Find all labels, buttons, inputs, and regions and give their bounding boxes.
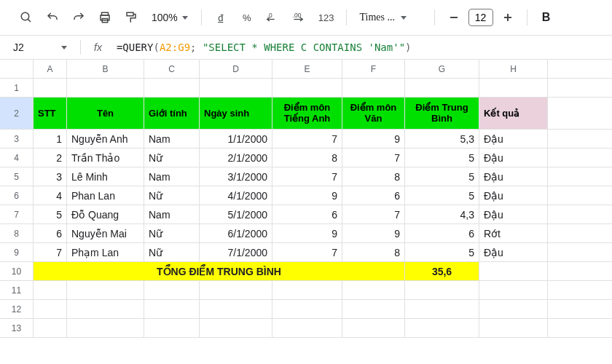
cell[interactable]: 1: [34, 130, 67, 148]
cell[interactable]: 6: [342, 186, 405, 205]
cell[interactable]: 3: [34, 167, 67, 186]
cell[interactable]: Đậu: [479, 130, 548, 148]
formula-input[interactable]: =QUERY(A2:G9; "SELECT * WHERE C CONTAINS…: [117, 41, 412, 53]
cell[interactable]: 5: [34, 205, 67, 223]
cell[interactable]: [272, 281, 342, 299]
font-dropdown[interactable]: Times ...: [354, 12, 427, 23]
cell[interactable]: [342, 300, 405, 318]
cell[interactable]: [479, 300, 548, 318]
cell-header-stt[interactable]: STT: [34, 98, 67, 129]
currency-button[interactable]: đ: [209, 6, 232, 29]
cell[interactable]: Nữ: [144, 149, 200, 167]
cell[interactable]: 5: [405, 186, 479, 205]
cell[interactable]: 7: [272, 243, 342, 261]
row-header[interactable]: 9: [0, 243, 34, 261]
row-header[interactable]: 4: [0, 149, 34, 167]
cell[interactable]: [144, 300, 200, 318]
row-header[interactable]: 13: [0, 319, 34, 337]
cell[interactable]: 7: [342, 149, 405, 167]
cell[interactable]: [34, 79, 67, 97]
cell[interactable]: [479, 262, 548, 280]
font-size-input[interactable]: [468, 9, 493, 26]
cell[interactable]: 5: [405, 149, 479, 167]
zoom-dropdown[interactable]: 100%: [146, 12, 194, 23]
percent-button[interactable]: %: [235, 6, 259, 29]
cell[interactable]: [67, 300, 144, 318]
cell[interactable]: Đậu: [479, 149, 548, 167]
cell[interactable]: [405, 281, 479, 299]
cell[interactable]: [34, 319, 67, 337]
cell[interactable]: 1/1/2000: [200, 130, 272, 148]
cell[interactable]: [200, 300, 272, 318]
col-header-a[interactable]: A: [34, 60, 67, 78]
row-header[interactable]: 7: [0, 205, 34, 223]
cell[interactable]: [144, 281, 200, 299]
cell[interactable]: [200, 281, 272, 299]
cell[interactable]: [67, 319, 144, 337]
chevron-down-icon[interactable]: [61, 46, 67, 50]
cell[interactable]: 6: [272, 205, 342, 223]
cell-total-value[interactable]: 35,6: [405, 262, 479, 280]
cell[interactable]: [34, 300, 67, 318]
cell[interactable]: [67, 281, 144, 299]
cell[interactable]: 4: [34, 186, 67, 205]
decrease-font-icon[interactable]: [442, 6, 466, 29]
cell-header-ngaysinh[interactable]: Ngày sinh: [200, 98, 272, 129]
cell[interactable]: 7: [272, 167, 342, 186]
row-header[interactable]: 6: [0, 186, 34, 205]
cell[interactable]: 5/1/2000: [200, 205, 272, 223]
decrease-decimal-icon[interactable]: .0: [262, 6, 285, 29]
cell[interactable]: [405, 319, 479, 337]
cell[interactable]: [405, 300, 479, 318]
col-header-g[interactable]: G: [405, 60, 479, 78]
cell[interactable]: Đậu: [479, 243, 548, 261]
col-header-b[interactable]: B: [67, 60, 144, 78]
cell[interactable]: 6: [405, 224, 479, 242]
cell[interactable]: [342, 281, 405, 299]
cell-header-diemtb[interactable]: Điểm Trung Bình: [405, 98, 479, 129]
cell[interactable]: [479, 319, 548, 337]
col-header-d[interactable]: D: [200, 60, 272, 78]
cell[interactable]: Trần Thảo: [67, 149, 144, 167]
cell-header-diemvan[interactable]: Điểm môn Văn: [342, 98, 405, 129]
cell[interactable]: 4,3: [405, 205, 479, 223]
cell[interactable]: 2: [34, 149, 67, 167]
print-icon[interactable]: [93, 6, 117, 29]
cell[interactable]: Nguyễn Anh: [67, 130, 144, 148]
cell[interactable]: 7/1/2000: [200, 243, 272, 261]
cell[interactable]: 9: [342, 130, 405, 148]
cell[interactable]: 7: [342, 205, 405, 223]
cell[interactable]: Phạm Lan: [67, 243, 144, 261]
row-header[interactable]: 11: [0, 281, 34, 299]
cell[interactable]: Nam: [144, 205, 200, 223]
cell[interactable]: 7: [272, 130, 342, 148]
cell[interactable]: [479, 281, 548, 299]
cell-header-ketqua[interactable]: Kết quả: [479, 98, 548, 129]
col-header-c[interactable]: C: [144, 60, 200, 78]
undo-icon[interactable]: [41, 6, 64, 29]
cell[interactable]: Đậu: [479, 167, 548, 186]
col-header-h[interactable]: H: [479, 60, 548, 78]
cell[interactable]: 9: [272, 186, 342, 205]
more-formats-button[interactable]: 123: [314, 6, 339, 29]
cell-header-ten[interactable]: Tên: [67, 98, 144, 129]
increase-decimal-icon[interactable]: .00: [288, 6, 311, 29]
row-header[interactable]: 2: [0, 98, 34, 129]
row-header[interactable]: 8: [0, 224, 34, 242]
cell[interactable]: [200, 319, 272, 337]
cell[interactable]: 6: [34, 224, 67, 242]
cell[interactable]: 3/1/2000: [200, 167, 272, 186]
search-icon[interactable]: [15, 6, 38, 29]
cell[interactable]: 8: [272, 149, 342, 167]
cell[interactable]: 4/1/2000: [200, 186, 272, 205]
cell[interactable]: [405, 79, 479, 97]
cell[interactable]: 8: [342, 243, 405, 261]
paint-format-icon[interactable]: [119, 6, 143, 29]
cell[interactable]: [272, 300, 342, 318]
cell[interactable]: 9: [272, 224, 342, 242]
cell[interactable]: 5: [405, 243, 479, 261]
cell[interactable]: 9: [342, 224, 405, 242]
cell[interactable]: [479, 79, 548, 97]
cell[interactable]: Rớt: [479, 224, 548, 242]
cell[interactable]: Nam: [144, 130, 200, 148]
